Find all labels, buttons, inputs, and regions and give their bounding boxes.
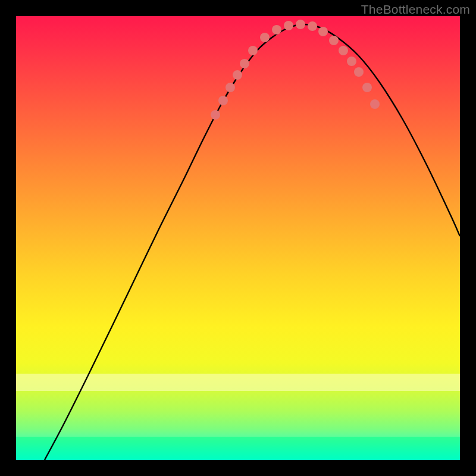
watermark-text: TheBottleneck.com [361,2,470,17]
chart-frame [16,16,460,460]
chart-markers-group [211,20,380,120]
chart-marker-dot [233,70,242,80]
chart-marker-dot [296,20,305,29]
chart-svg [16,16,460,460]
chart-marker-dot [329,36,339,45]
chart-marker-dot [284,21,293,30]
chart-marker-dot [211,110,220,120]
chart-marker-dot [240,59,249,68]
chart-marker-dot [226,83,235,92]
chart-marker-dot [370,99,380,109]
chart-marker-dot [347,57,356,66]
chart-marker-dot [339,46,348,55]
chart-marker-dot [362,83,372,92]
chart-curve [45,24,460,460]
chart-marker-dot [308,21,317,31]
chart-marker-dot [248,46,258,55]
chart-marker-dot [272,25,281,35]
chart-marker-dot [354,67,364,77]
chart-marker-dot [218,96,228,105]
chart-marker-dot [260,33,270,42]
chart-marker-dot [318,27,328,36]
